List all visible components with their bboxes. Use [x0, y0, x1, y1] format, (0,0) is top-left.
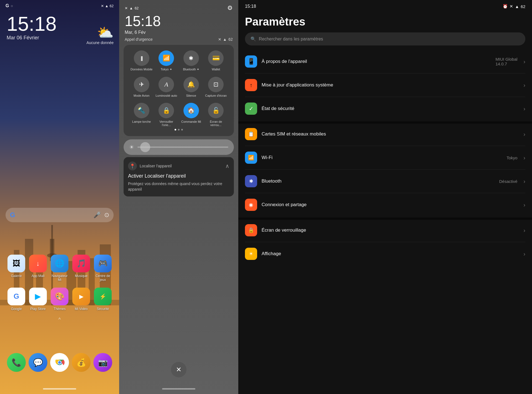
- mi-home-icon: 🏠: [187, 107, 195, 114]
- chrome-icon: [50, 353, 69, 372]
- wifi-settings-icon: 📶: [245, 152, 257, 164]
- app-appmall[interactable]: ↓ App Mall: [28, 255, 48, 282]
- qs-mi-home[interactable]: 🏠 Commande Mi: [180, 103, 202, 127]
- qs-mobile-data[interactable]: || Données Mobile: [131, 50, 153, 71]
- dock-chrome[interactable]: [50, 353, 70, 372]
- torch-btn[interactable]: 🔦: [134, 103, 149, 118]
- notification-app-name: Localiser l'appareil: [140, 164, 172, 168]
- app-grid: 🖼 Galerie ↓ App Mall 🌐 Navigateur Mi 🎵 M…: [0, 255, 119, 316]
- appmall-icon: ↓: [29, 255, 47, 272]
- mobile-data-btn[interactable]: ||: [134, 50, 149, 66]
- orientation-btn[interactable]: 🔒: [158, 103, 174, 118]
- app-security[interactable]: ⚡ Sécurité: [93, 288, 113, 311]
- airplane-icon: ✈: [139, 81, 144, 88]
- sharing-icon: ◉: [245, 199, 257, 211]
- dock-camera[interactable]: 📷: [93, 353, 113, 372]
- qs-lockscreen[interactable]: 🔓 Écran de verrou...: [205, 103, 227, 127]
- app-themes[interactable]: 🎨 Thèmes: [50, 288, 70, 311]
- screenshot-btn[interactable]: ⊡: [208, 77, 224, 92]
- mic-icon[interactable]: 🎤: [93, 211, 101, 219]
- app-mivideo[interactable]: ▶ Mi Vidéo: [71, 288, 91, 311]
- notification-expand-icon[interactable]: ∧: [225, 163, 229, 169]
- settings-section-device: 📱 À propos de l'appareil MIUI Global14.0…: [238, 51, 532, 119]
- emergency-label[interactable]: Appel d'urgence: [125, 37, 153, 42]
- bluetooth-btn[interactable]: ✱: [183, 50, 199, 66]
- wifi-btn[interactable]: 📶: [158, 50, 174, 66]
- google-label: Google: [11, 307, 22, 311]
- qs-silence[interactable]: 🔔 Silence: [180, 77, 202, 97]
- shade-status-bar: ✕ ▲ 62 ⚙: [125, 4, 233, 12]
- app-games[interactable]: 🎮 Centre de jeux: [93, 255, 113, 282]
- settings-item-about[interactable]: 📱 À propos de l'appareil MIUI Global14.0…: [238, 51, 532, 72]
- camera-icon: 📷: [93, 353, 112, 372]
- settings-status-icons: ⏰ ✕ ▲ 62: [503, 4, 525, 9]
- app-row-1: 🖼 Galerie ↓ App Mall 🌐 Navigateur Mi 🎵 M…: [6, 255, 114, 282]
- settings-item-wifi[interactable]: 📶 Wi-Fi Tokyo ›: [238, 147, 532, 168]
- about-icon: 📱: [245, 55, 257, 68]
- battery-level: 62: [110, 4, 114, 8]
- settings-search-icon: 🔍: [250, 36, 256, 42]
- app-browser[interactable]: 🌐 Navigateur Mi: [50, 255, 70, 282]
- notification-shade: ✕ ▲ 62 ⚙ 15:18 Mar, 6 Fév Appel d'urgenc…: [119, 0, 238, 394]
- wifi-qs-icon: 📶: [163, 55, 170, 62]
- app-galerie[interactable]: 🖼 Galerie: [6, 255, 26, 282]
- lockscreen-btn[interactable]: 🔓: [208, 103, 224, 118]
- lockscreen-label: Écran de verrou...: [205, 120, 227, 127]
- qs-orientation[interactable]: 🔒 Verrouiller l'orie...: [155, 103, 177, 127]
- mi-home-btn[interactable]: 🏠: [183, 103, 199, 118]
- qs-wifi[interactable]: 📶 Tokyo ✦: [155, 50, 177, 71]
- sharing-chevron: ›: [523, 202, 525, 208]
- themes-label: Thèmes: [53, 307, 65, 311]
- settings-search-bar[interactable]: 🔍 Rechercher dans les paramètres: [245, 32, 525, 45]
- dock-piggybank[interactable]: 💰: [71, 353, 91, 372]
- auto-brightness-btn[interactable]: A: [158, 77, 174, 92]
- brightness-handle[interactable]: [140, 142, 150, 152]
- security-state-chevron: ›: [523, 106, 525, 112]
- quick-settings-panel: || Données Mobile 📶 Tokyo ✦ ✱ Bluetooth …: [124, 45, 234, 136]
- brightness-slider[interactable]: ☀: [124, 139, 234, 155]
- sharing-text: Connexion et partage: [262, 202, 519, 208]
- brightness-track[interactable]: [137, 147, 228, 148]
- app-playstore[interactable]: ▶ Play Store: [28, 288, 48, 311]
- qs-page-dots: [129, 129, 228, 131]
- airplane-btn[interactable]: ✈: [134, 77, 149, 92]
- qs-bluetooth[interactable]: ✱ Bluetooth ✦: [180, 50, 202, 71]
- close-shade-button[interactable]: ✕: [171, 362, 186, 377]
- settings-item-security-state[interactable]: ✓ État de sécurité ›: [238, 98, 532, 119]
- notification-card-locate[interactable]: 📍 Localiser l'appareil ∧ Activer Localis…: [124, 157, 234, 196]
- qs-dot-3: [181, 129, 183, 131]
- bluetooth-settings-chevron: ›: [523, 178, 525, 185]
- notification-header: 📍 Localiser l'appareil ∧: [128, 162, 229, 170]
- qs-torch[interactable]: 🔦 Lampe torche: [131, 103, 153, 127]
- display-settings-icon: ☀: [245, 248, 257, 260]
- shade-date: Mar, 6 Fév: [125, 30, 233, 35]
- wallet-btn[interactable]: 💳: [208, 50, 224, 66]
- messages-icon: 💬: [29, 353, 47, 372]
- music-icon: 🎵: [72, 255, 90, 272]
- home-search-bar[interactable]: G 🎤 ⊙: [6, 208, 114, 222]
- signal-icon: ✕: [101, 4, 104, 8]
- settings-item-bluetooth[interactable]: ✱ Bluetooth Désactivé ›: [238, 171, 532, 192]
- qs-screenshot[interactable]: ⊡ Capture d'écran: [205, 77, 227, 97]
- settings-item-updates[interactable]: ↑ Mise à jour d'applications système ›: [238, 75, 532, 96]
- app-google[interactable]: G Google: [6, 288, 26, 311]
- settings-item-sim[interactable]: 📋 Cartes SIM et réseaux mobiles ›: [238, 124, 532, 145]
- lens-icon[interactable]: ⊙: [104, 211, 109, 219]
- dock-phone[interactable]: 📞: [6, 353, 26, 372]
- home-status-right: ✕ ▲ 62: [101, 4, 114, 8]
- qs-airplane[interactable]: ✈ Mode Avion: [131, 77, 153, 97]
- settings-item-sharing[interactable]: ◉ Connexion et partage ›: [238, 194, 532, 215]
- shade-gear-button[interactable]: ⚙: [227, 4, 233, 12]
- app-music[interactable]: 🎵 Musique: [71, 255, 91, 282]
- qs-wallet[interactable]: 💳 Wallet: [205, 50, 227, 71]
- settings-wifi-icon: ▲: [515, 4, 519, 9]
- qs-auto-brightness[interactable]: A Luminosité auto: [155, 77, 177, 97]
- dock-messages[interactable]: 💬: [28, 353, 48, 372]
- home-screen: G ○ ✕ ▲ 62 15:18 Mar 06 Février ⛅ Aucune…: [0, 0, 119, 394]
- galerie-icon: 🖼: [7, 255, 25, 272]
- settings-item-lockscreen[interactable]: 🔒 Écran de verrouillage ›: [238, 220, 532, 241]
- silence-btn[interactable]: 🔔: [183, 77, 199, 92]
- google-icon: G: [7, 288, 25, 305]
- settings-signal-icon: ✕: [510, 4, 513, 9]
- settings-item-display[interactable]: ☀ Affichage ›: [238, 243, 532, 264]
